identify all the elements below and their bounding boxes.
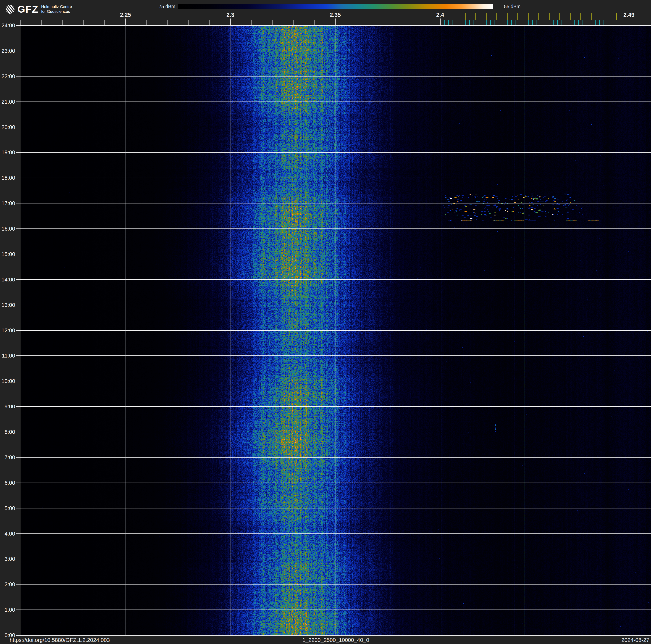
freq-major-tick <box>230 19 231 25</box>
wifi-channel-tick <box>486 13 487 20</box>
ble-channel-tick <box>503 20 503 25</box>
wifi-channel-tick <box>496 13 497 20</box>
wifi-channel-tick <box>616 13 617 20</box>
org-line2: for Geosciences <box>41 9 70 14</box>
hour-gridline <box>16 152 651 153</box>
hour-gridline <box>16 25 651 26</box>
hour-gridline <box>16 457 651 458</box>
freq-minor-tick <box>293 20 293 25</box>
hour-gridline <box>16 178 651 178</box>
time-label: 4:00 <box>0 530 15 537</box>
colorbar-max-label: -55 dBm <box>502 4 521 9</box>
freq-minor-tick <box>62 20 63 25</box>
hour-gridline <box>16 101 651 102</box>
hour-gridline <box>16 254 651 254</box>
ble-channel-tick <box>595 20 595 25</box>
ble-channel-tick <box>512 20 512 25</box>
gfz-globe-icon <box>5 5 15 14</box>
time-label: 21:00 <box>0 98 15 105</box>
wifi-channel-tick <box>528 13 529 20</box>
freq-minor-tick <box>20 20 21 25</box>
time-label: 17:00 <box>0 200 15 206</box>
ble-channel-tick <box>536 20 537 25</box>
time-label: 10:00 <box>0 378 15 384</box>
hour-gridline <box>16 355 651 356</box>
freq-minor-tick <box>146 20 147 25</box>
ble-channel-tick <box>453 20 453 25</box>
hour-gridline <box>16 635 651 636</box>
ble-channel-tick <box>482 20 483 25</box>
wifi-channel-tick <box>538 13 539 20</box>
ble-channel-tick <box>587 20 587 25</box>
hour-gridline <box>16 381 651 381</box>
freq-minor-tick <box>209 20 210 25</box>
freq-major-tick <box>629 19 629 25</box>
freq-minor-tick <box>314 20 315 25</box>
wifi-channel-tick <box>559 13 560 20</box>
time-label: 2:00 <box>0 581 15 587</box>
wifi-channel-tick <box>581 13 581 20</box>
ble-channel-tick <box>562 20 562 25</box>
ble-channel-tick <box>528 20 529 25</box>
hour-gridline <box>16 432 651 432</box>
freq-minor-tick <box>419 20 420 25</box>
time-label: 18:00 <box>0 175 15 181</box>
freq-minor-tick <box>356 20 356 25</box>
hour-gridline <box>16 559 651 559</box>
ble-channel-tick <box>553 20 554 25</box>
dataset-id-text: 1_2200_2500_10000_40_0 <box>21 637 651 643</box>
ble-channel-tick <box>566 20 566 25</box>
ble-channel-tick <box>578 20 579 25</box>
ble-channel-tick <box>557 20 558 25</box>
ble-channel-tick <box>469 20 470 25</box>
ble-channel-tick <box>599 20 600 25</box>
ble-channel-tick <box>570 20 570 25</box>
freq-minor-tick <box>377 20 377 25</box>
ble-channel-tick <box>549 20 549 25</box>
hour-gridline <box>16 406 651 407</box>
hour-gridline <box>16 482 651 483</box>
colorbar-min-label: -75 dBm <box>138 4 175 9</box>
freq-major-tick <box>335 19 336 25</box>
freq-minor-tick <box>650 20 650 25</box>
hour-gridline <box>16 229 651 229</box>
freq-tick-label: 2.49 <box>616 12 642 18</box>
freq-minor-tick <box>104 20 105 25</box>
hour-gridline <box>16 508 651 508</box>
time-label: 13:00 <box>0 302 15 308</box>
freq-major-tick <box>440 19 441 25</box>
freq-gridline <box>125 25 126 635</box>
wifi-channel-tick <box>518 13 518 20</box>
freq-gridline <box>545 25 546 635</box>
wifi-channel-tick <box>475 13 476 20</box>
ble-channel-tick <box>457 20 457 25</box>
ble-channel-tick <box>532 20 533 25</box>
ble-channel-tick <box>574 20 575 25</box>
ble-channel-tick <box>486 20 487 25</box>
freq-minor-tick <box>83 20 84 25</box>
time-label: 22:00 <box>0 73 15 80</box>
wifi-channel-tick <box>591 13 592 20</box>
ble-channel-tick <box>495 20 495 25</box>
wifi-channel-tick <box>465 13 466 20</box>
time-label: 0:00 <box>0 632 15 638</box>
ble-channel-tick <box>465 20 466 25</box>
ble-channel-tick <box>608 20 608 25</box>
ble-channel-tick <box>507 20 507 25</box>
date-text: 2024-08-27 <box>621 637 649 643</box>
freq-minor-tick <box>398 20 398 25</box>
freq-tick-label: 2.3 <box>218 12 243 18</box>
wifi-channel-tick <box>549 13 550 20</box>
freq-tick-label: 2.4 <box>428 12 453 18</box>
freq-major-tick <box>125 19 126 25</box>
ble-channel-tick <box>545 20 546 25</box>
hour-gridline <box>16 584 651 585</box>
ble-channel-tick <box>444 20 444 25</box>
ble-channel-tick <box>603 20 604 25</box>
ble-channel-tick <box>448 20 449 25</box>
hour-gridline <box>16 305 651 305</box>
hour-gridline <box>16 533 651 534</box>
gfz-logo: GFZ Helmholtz Centre for Geosciences <box>5 3 72 15</box>
hour-gridline <box>16 330 651 331</box>
freq-minor-tick <box>251 20 252 25</box>
